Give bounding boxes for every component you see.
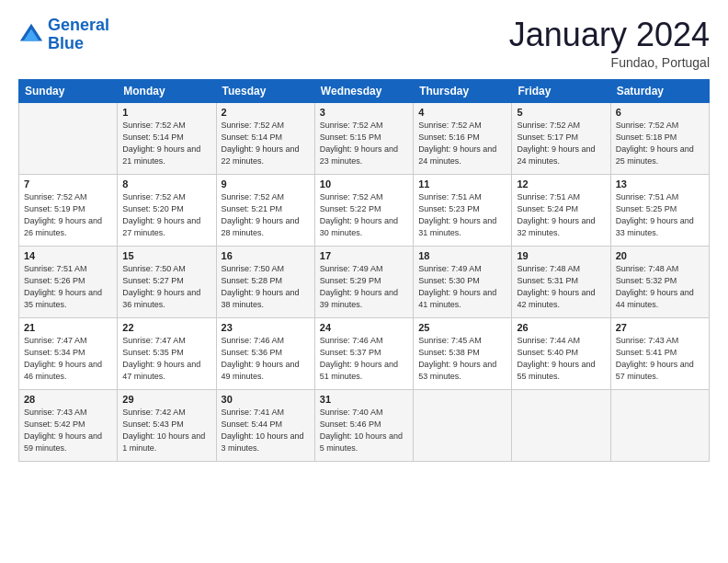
header-cell-tuesday: Tuesday: [216, 79, 314, 102]
header: General Blue January 2024 Fundao, Portug…: [18, 17, 710, 70]
day-number: 16: [222, 250, 310, 261]
day-info: Sunrise: 7:42 AMSunset: 5:43 PMDaylight:…: [122, 407, 210, 454]
calendar-cell: 22Sunrise: 7:47 AMSunset: 5:35 PMDayligh…: [118, 317, 216, 389]
calendar-cell: 19Sunrise: 7:48 AMSunset: 5:31 PMDayligh…: [512, 246, 610, 317]
logo-text: General Blue: [48, 17, 109, 53]
header-row: SundayMondayTuesdayWednesdayThursdayFrid…: [19, 79, 710, 102]
day-info: Sunrise: 7:52 AMSunset: 5:22 PMDaylight:…: [320, 191, 408, 239]
day-number: 11: [418, 178, 506, 190]
day-number: 30: [222, 394, 310, 405]
calendar-week-1: 7Sunrise: 7:52 AMSunset: 5:19 PMDaylight…: [19, 174, 710, 246]
day-info: Sunrise: 7:47 AMSunset: 5:34 PMDaylight:…: [24, 335, 112, 383]
calendar-cell: [414, 389, 512, 461]
day-info: Sunrise: 7:40 AMSunset: 5:46 PMDaylight:…: [320, 407, 408, 454]
calendar-cell: 4Sunrise: 7:52 AMSunset: 5:16 PMDaylight…: [414, 102, 512, 174]
calendar-cell: [512, 389, 610, 461]
day-info: Sunrise: 7:51 AMSunset: 5:26 PMDaylight:…: [24, 263, 112, 311]
day-number: 17: [320, 250, 408, 261]
day-info: Sunrise: 7:52 AMSunset: 5:16 PMDaylight:…: [418, 120, 506, 167]
calendar-week-3: 21Sunrise: 7:47 AMSunset: 5:34 PMDayligh…: [19, 317, 710, 389]
day-number: 21: [24, 322, 112, 333]
day-info: Sunrise: 7:52 AMSunset: 5:18 PMDaylight:…: [616, 120, 704, 167]
calendar-body: 1Sunrise: 7:52 AMSunset: 5:14 PMDaylight…: [19, 102, 710, 461]
day-info: Sunrise: 7:49 AMSunset: 5:30 PMDaylight:…: [418, 263, 506, 311]
logo-icon: [18, 22, 44, 48]
day-info: Sunrise: 7:49 AMSunset: 5:29 PMDaylight:…: [320, 263, 408, 311]
title-block: January 2024 Fundao, Portugal: [509, 17, 710, 70]
calendar-header: SundayMondayTuesdayWednesdayThursdayFrid…: [19, 79, 710, 102]
day-number: 31: [320, 394, 408, 405]
calendar-cell: 20Sunrise: 7:48 AMSunset: 5:32 PMDayligh…: [610, 246, 709, 317]
calendar-week-2: 14Sunrise: 7:51 AMSunset: 5:26 PMDayligh…: [19, 246, 710, 317]
day-number: 8: [122, 178, 210, 190]
day-info: Sunrise: 7:50 AMSunset: 5:27 PMDaylight:…: [122, 263, 210, 311]
day-info: Sunrise: 7:52 AMSunset: 5:17 PMDaylight:…: [517, 120, 605, 167]
logo-line1: General: [48, 16, 109, 34]
day-info: Sunrise: 7:44 AMSunset: 5:40 PMDaylight:…: [517, 335, 605, 383]
calendar-cell: 23Sunrise: 7:46 AMSunset: 5:36 PMDayligh…: [216, 317, 314, 389]
calendar-cell: 10Sunrise: 7:52 AMSunset: 5:22 PMDayligh…: [314, 174, 413, 246]
day-info: Sunrise: 7:47 AMSunset: 5:35 PMDaylight:…: [122, 335, 210, 383]
calendar-cell: 8Sunrise: 7:52 AMSunset: 5:20 PMDaylight…: [118, 174, 216, 246]
calendar-cell: 7Sunrise: 7:52 AMSunset: 5:19 PMDaylight…: [19, 174, 118, 246]
day-number: 26: [517, 322, 605, 333]
header-cell-wednesday: Wednesday: [314, 79, 413, 102]
day-info: Sunrise: 7:43 AMSunset: 5:41 PMDaylight:…: [616, 335, 704, 383]
day-number: 19: [517, 250, 605, 261]
day-number: 15: [122, 250, 210, 261]
day-info: Sunrise: 7:46 AMSunset: 5:36 PMDaylight:…: [222, 335, 310, 383]
day-info: Sunrise: 7:52 AMSunset: 5:14 PMDaylight:…: [122, 120, 210, 167]
calendar-cell: 3Sunrise: 7:52 AMSunset: 5:15 PMDaylight…: [314, 102, 413, 174]
day-number: 4: [418, 107, 506, 118]
day-number: 14: [24, 250, 112, 261]
calendar-cell: 25Sunrise: 7:45 AMSunset: 5:38 PMDayligh…: [414, 317, 512, 389]
calendar-cell: [610, 389, 709, 461]
day-info: Sunrise: 7:51 AMSunset: 5:24 PMDaylight:…: [517, 191, 605, 239]
calendar-cell: 1Sunrise: 7:52 AMSunset: 5:14 PMDaylight…: [118, 102, 216, 174]
calendar-cell: 11Sunrise: 7:51 AMSunset: 5:23 PMDayligh…: [414, 174, 512, 246]
day-number: 20: [616, 250, 704, 261]
day-number: 7: [24, 178, 112, 190]
calendar-cell: 27Sunrise: 7:43 AMSunset: 5:41 PMDayligh…: [610, 317, 709, 389]
header-cell-monday: Monday: [118, 79, 216, 102]
calendar-cell: 31Sunrise: 7:40 AMSunset: 5:46 PMDayligh…: [314, 389, 413, 461]
day-info: Sunrise: 7:43 AMSunset: 5:42 PMDaylight:…: [24, 407, 112, 454]
calendar-cell: 17Sunrise: 7:49 AMSunset: 5:29 PMDayligh…: [314, 246, 413, 317]
calendar-cell: 28Sunrise: 7:43 AMSunset: 5:42 PMDayligh…: [19, 389, 118, 461]
calendar-cell: 30Sunrise: 7:41 AMSunset: 5:44 PMDayligh…: [216, 389, 314, 461]
calendar-cell: 6Sunrise: 7:52 AMSunset: 5:18 PMDaylight…: [610, 102, 709, 174]
day-number: 27: [616, 322, 704, 333]
day-info: Sunrise: 7:50 AMSunset: 5:28 PMDaylight:…: [222, 263, 310, 311]
day-number: 5: [517, 107, 605, 118]
page-container: General Blue January 2024 Fundao, Portug…: [0, 0, 728, 471]
day-number: 25: [418, 322, 506, 333]
day-number: 9: [222, 178, 310, 190]
header-cell-thursday: Thursday: [414, 79, 512, 102]
header-cell-friday: Friday: [512, 79, 610, 102]
day-info: Sunrise: 7:45 AMSunset: 5:38 PMDaylight:…: [418, 335, 506, 383]
day-info: Sunrise: 7:52 AMSunset: 5:20 PMDaylight:…: [122, 191, 210, 239]
calendar-cell: 12Sunrise: 7:51 AMSunset: 5:24 PMDayligh…: [512, 174, 610, 246]
header-cell-saturday: Saturday: [610, 79, 709, 102]
day-number: 3: [320, 107, 408, 118]
logo-line2: Blue: [48, 34, 84, 52]
day-info: Sunrise: 7:48 AMSunset: 5:32 PMDaylight:…: [616, 263, 704, 311]
day-info: Sunrise: 7:52 AMSunset: 5:19 PMDaylight:…: [24, 191, 112, 239]
calendar-week-0: 1Sunrise: 7:52 AMSunset: 5:14 PMDaylight…: [19, 102, 710, 174]
calendar-cell: 26Sunrise: 7:44 AMSunset: 5:40 PMDayligh…: [512, 317, 610, 389]
calendar-cell: 13Sunrise: 7:51 AMSunset: 5:25 PMDayligh…: [610, 174, 709, 246]
calendar-cell: 29Sunrise: 7:42 AMSunset: 5:43 PMDayligh…: [118, 389, 216, 461]
calendar-title: January 2024: [509, 17, 710, 53]
calendar-cell: 14Sunrise: 7:51 AMSunset: 5:26 PMDayligh…: [19, 246, 118, 317]
day-info: Sunrise: 7:52 AMSunset: 5:21 PMDaylight:…: [222, 191, 310, 239]
day-number: 23: [222, 322, 310, 333]
day-number: 6: [616, 107, 704, 118]
day-info: Sunrise: 7:51 AMSunset: 5:25 PMDaylight:…: [616, 191, 704, 239]
calendar-cell: 9Sunrise: 7:52 AMSunset: 5:21 PMDaylight…: [216, 174, 314, 246]
day-number: 12: [517, 178, 605, 190]
day-number: 24: [320, 322, 408, 333]
calendar-cell: 16Sunrise: 7:50 AMSunset: 5:28 PMDayligh…: [216, 246, 314, 317]
calendar-cell: 21Sunrise: 7:47 AMSunset: 5:34 PMDayligh…: [19, 317, 118, 389]
day-number: 10: [320, 178, 408, 190]
day-info: Sunrise: 7:41 AMSunset: 5:44 PMDaylight:…: [222, 407, 310, 454]
